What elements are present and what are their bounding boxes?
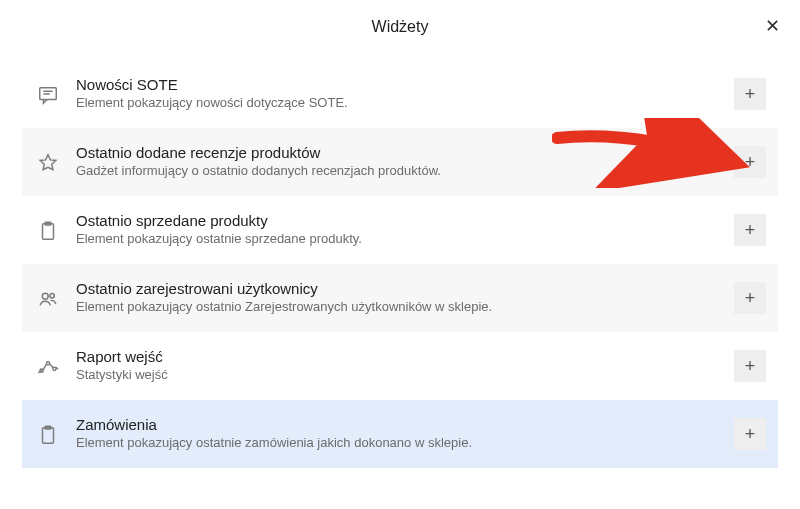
widget-text: Ostatnio zarejestrowani użytkownicy Elem… — [76, 280, 722, 316]
clipboard-icon — [34, 424, 62, 446]
add-widget-button[interactable]: + — [734, 214, 766, 246]
widget-title: Nowości SOTE — [76, 76, 722, 93]
analytics-icon — [34, 356, 62, 378]
widget-text: Raport wejść Statystyki wejść — [76, 348, 722, 384]
close-button[interactable]: ✕ — [760, 14, 784, 38]
widget-title: Ostatnio sprzedane produkty — [76, 212, 722, 229]
clipboard-icon — [34, 220, 62, 242]
widget-desc: Element pokazujący ostatnie sprzedane pr… — [76, 231, 722, 248]
widget-text: Ostatnio dodane recenzje produktów Gadże… — [76, 144, 722, 180]
widget-text: Zamówienia Element pokazujący ostatnie z… — [76, 416, 722, 452]
add-widget-button[interactable]: + — [734, 350, 766, 382]
widget-row-sprzedane[interactable]: Ostatnio sprzedane produkty Element poka… — [22, 196, 778, 264]
widget-text: Nowości SOTE Element pokazujący nowości … — [76, 76, 722, 112]
widget-desc: Gadżet informujący o ostatnio dodanych r… — [76, 163, 722, 180]
widget-desc: Element pokazujący ostatnio Zarejestrowa… — [76, 299, 722, 316]
widget-title: Ostatnio zarejestrowani użytkownicy — [76, 280, 722, 297]
widget-row-uzytkownicy[interactable]: Ostatnio zarejestrowani użytkownicy Elem… — [22, 264, 778, 332]
widget-title: Zamówienia — [76, 416, 722, 433]
add-widget-button[interactable]: + — [734, 146, 766, 178]
widget-desc: Element pokazujący nowości dotyczące SOT… — [76, 95, 722, 112]
widget-row-nowosci-sote[interactable]: Nowości SOTE Element pokazujący nowości … — [22, 60, 778, 128]
widgets-list: Nowości SOTE Element pokazujący nowości … — [0, 54, 800, 478]
star-icon — [34, 152, 62, 174]
widget-desc: Element pokazujący ostatnie zamówienia j… — [76, 435, 722, 452]
users-icon — [34, 288, 62, 310]
svg-point-4 — [50, 294, 54, 298]
add-widget-button[interactable]: + — [734, 282, 766, 314]
widget-desc: Statystyki wejść — [76, 367, 722, 384]
widget-row-raport-wejsc[interactable]: Raport wejść Statystyki wejść + — [22, 332, 778, 400]
widget-row-recenzje[interactable]: Ostatnio dodane recenzje produktów Gadże… — [22, 128, 778, 196]
svg-rect-8 — [43, 428, 54, 444]
message-icon — [34, 84, 62, 106]
widget-text: Ostatnio sprzedane produkty Element poka… — [76, 212, 722, 248]
add-widget-button[interactable]: + — [734, 418, 766, 450]
modal-title: Widżety — [372, 18, 429, 35]
modal-header: Widżety ✕ — [0, 0, 800, 54]
widget-row-zamowienia[interactable]: Zamówienia Element pokazujący ostatnie z… — [22, 400, 778, 468]
widget-title: Raport wejść — [76, 348, 722, 365]
svg-rect-1 — [43, 224, 54, 240]
widget-title: Ostatnio dodane recenzje produktów — [76, 144, 722, 161]
widgets-modal: Widżety ✕ Nowości SOTE Element pokazując… — [0, 0, 800, 509]
add-widget-button[interactable]: + — [734, 78, 766, 110]
svg-point-3 — [42, 293, 48, 299]
